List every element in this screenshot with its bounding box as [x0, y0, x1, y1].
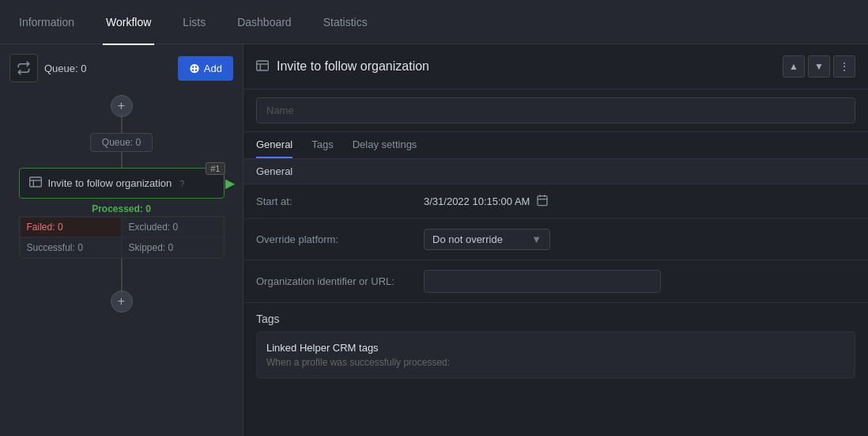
tags-section: Tags Linked Helper CRM tags When a profi… — [243, 303, 868, 388]
queue-label: Queue: 0 — [44, 63, 87, 74]
svg-rect-6 — [538, 196, 547, 206]
stats-grid: Failed: 0 Excluded: 0 Successful: 0 Skip… — [19, 216, 225, 259]
main-layout: Queue: 0 ⊕ Add + Queue: 0 — [0, 44, 868, 436]
stat-skipped: Skipped: 0 — [122, 237, 224, 258]
org-identifier-input[interactable] — [424, 270, 661, 293]
rp-header: Invite to follow organization ▲ ▼ ⋮ — [243, 44, 868, 89]
nav-item-dashboard[interactable]: Dashboard — [234, 1, 295, 45]
chevron-down-icon: ▼ — [531, 233, 542, 245]
override-platform-dropdown[interactable]: Do not override ▼ — [424, 229, 550, 250]
start-at-value: 3/31/2022 10:15:00 AM — [424, 194, 549, 209]
workflow-center: + Queue: 0 Invite to follow organization… — [9, 95, 233, 313]
tags-box: Linked Helper CRM tags When a profile wa… — [256, 332, 855, 378]
node-help: ? — [179, 179, 184, 188]
right-panel: Invite to follow organization ▲ ▼ ⋮ Gene… — [243, 44, 868, 436]
stats-row: Processed: 0 Failed: 0 Excluded: 0 Succe… — [19, 200, 225, 259]
more-options-button[interactable]: ⋮ — [833, 55, 855, 78]
node-number: #1 — [206, 162, 225, 175]
collapse-up-button[interactable]: ▲ — [783, 55, 805, 78]
org-identifier-label: Organization identifier or URL: — [256, 275, 414, 287]
processed-row: Processed: 0 — [19, 200, 225, 216]
rp-controls: ▲ ▼ ⋮ — [783, 55, 855, 78]
svg-rect-0 — [29, 177, 41, 187]
nav-item-information[interactable]: Information — [16, 1, 77, 45]
tab-delay-settings[interactable]: Delay settings — [353, 138, 417, 158]
node-label: Invite to follow organization — [48, 177, 172, 189]
collapse-down-button[interactable]: ▼ — [808, 55, 830, 78]
name-input[interactable] — [256, 97, 855, 123]
form-row-org-identifier: Organization identifier or URL: — [243, 260, 868, 303]
left-panel: Queue: 0 ⊕ Add + Queue: 0 — [0, 44, 243, 436]
plus-node-top[interactable]: + — [111, 95, 133, 117]
calendar-icon[interactable] — [536, 194, 549, 209]
rp-content: General Start at: 3/31/2022 10:15:00 AM — [243, 159, 868, 388]
org-identifier-value — [424, 270, 661, 293]
form-row-start-at: Start at: 3/31/2022 10:15:00 AM — [243, 184, 868, 219]
rp-title-row: Invite to follow organization — [256, 59, 429, 74]
tab-general[interactable]: General — [256, 138, 292, 158]
start-at-label: Start at: — [256, 195, 414, 207]
stat-successful: Successful: 0 — [20, 237, 122, 258]
queue-icon-box — [9, 54, 38, 82]
tags-section-label: Tags — [256, 313, 855, 325]
plus-node-bottom[interactable]: + — [111, 290, 133, 313]
nav-item-lists[interactable]: Lists — [179, 1, 209, 45]
queue-bubble: Queue: 0 — [90, 133, 153, 152]
svg-rect-3 — [257, 61, 269, 70]
stat-failed: Failed: 0 — [20, 217, 122, 237]
node-icon — [29, 176, 42, 190]
tags-box-title: Linked Helper CRM tags — [266, 342, 845, 354]
tab-tags[interactable]: Tags — [311, 138, 333, 158]
add-icon: ⊕ — [189, 61, 199, 76]
node-arrow: ▶ — [225, 176, 235, 191]
name-input-wrap — [243, 89, 868, 132]
nav-item-statistics[interactable]: Statistics — [320, 1, 371, 45]
tags-box-desc: When a profile was successfully processe… — [266, 357, 845, 368]
action-icon — [256, 60, 269, 74]
override-platform-label: Override platform: — [256, 233, 414, 245]
rp-tabs: General Tags Delay settings — [243, 132, 868, 159]
general-section-header: General — [243, 159, 868, 184]
form-row-override-platform: Override platform: Do not override ▼ — [243, 219, 868, 260]
top-nav: Information Workflow Lists Dashboard Sta… — [0, 0, 868, 44]
rp-title: Invite to follow organization — [277, 59, 429, 74]
workflow-node[interactable]: Invite to follow organization ? #1 ▶ — [19, 168, 225, 199]
stat-excluded: Excluded: 0 — [122, 217, 224, 237]
nav-item-workflow[interactable]: Workflow — [103, 1, 154, 45]
queue-header: Queue: 0 ⊕ Add — [9, 54, 233, 82]
add-button[interactable]: ⊕ Add — [178, 56, 233, 81]
datetime-display: 3/31/2022 10:15:00 AM — [424, 195, 530, 207]
override-platform-value: Do not override ▼ — [424, 229, 550, 250]
